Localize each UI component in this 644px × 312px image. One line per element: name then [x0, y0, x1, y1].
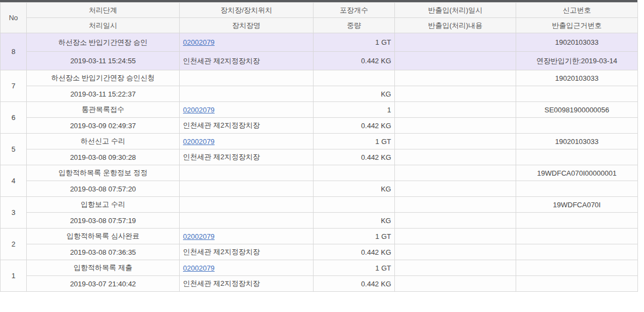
- inout-content-cell: [395, 213, 516, 229]
- report-no-cell: 19020103033: [516, 33, 638, 52]
- header-package: 포장개수: [314, 3, 395, 18]
- table-header: No 처리단계 장치장/장치위치 포장개수 반출입(처리)일시 신고번호 처리일…: [1, 3, 638, 33]
- inout-content-cell: [395, 181, 516, 197]
- storage-name-cell: [180, 213, 314, 229]
- report-no-cell: 19WDFCA070I00000001: [516, 165, 638, 181]
- storage-code-link[interactable]: 02002079: [183, 137, 215, 146]
- storage-code-cell: 02002079: [180, 102, 314, 118]
- storage-code-cell: 02002079: [180, 33, 314, 52]
- cargo-history-page: No 처리단계 장치장/장치위치 포장개수 반출입(처리)일시 신고번호 처리일…: [0, 0, 644, 292]
- inout-datetime-cell: [395, 70, 516, 86]
- storage-code-cell: [180, 197, 314, 213]
- storage-code-cell: 02002079: [180, 260, 314, 276]
- header-report-no: 신고번호: [516, 3, 638, 18]
- inout-datetime-cell: [395, 165, 516, 181]
- weight-cell: 0.442 KG: [314, 149, 395, 165]
- basis-no-cell: [516, 244, 638, 260]
- table-row-detail[interactable]: 2019-03-07 21:40:42인천세관 제2지정장치장0.442 KG: [1, 276, 638, 292]
- inout-datetime-cell: [395, 102, 516, 118]
- package-count-cell: 1 GT: [314, 134, 395, 149]
- storage-code-cell: 02002079: [180, 134, 314, 149]
- row-number-cell: 3: [1, 197, 27, 229]
- process-datetime-cell: 2019-03-08 09:30:28: [27, 149, 180, 165]
- table-row-detail[interactable]: 2019-03-08 07:36:35인천세관 제2지정장치장0.442 KG: [1, 244, 638, 260]
- row-number-cell: 2: [1, 229, 27, 260]
- header-datetime: 처리일시: [27, 18, 180, 33]
- table-row-detail[interactable]: 2019-03-11 15:22:37KG: [1, 86, 638, 102]
- table-row-detail[interactable]: 2019-03-08 07:57:19KG: [1, 213, 638, 229]
- weight-cell: 0.442 KG: [314, 118, 395, 134]
- table-row[interactable]: 8하선장소 반입기간연장 승인020020791 GT19020103033: [1, 33, 638, 52]
- package-count-cell: [314, 165, 395, 181]
- weight-cell: 0.442 KG: [314, 244, 395, 260]
- package-count-cell: [314, 70, 395, 86]
- report-no-cell: 19020103033: [516, 70, 638, 86]
- inout-datetime-cell: [395, 197, 516, 213]
- report-no-cell: [516, 260, 638, 276]
- table-row[interactable]: 6통관목록접수020020791SE00981900000056: [1, 102, 638, 118]
- weight-cell: 0.442 KG: [314, 52, 395, 70]
- storage-code-link[interactable]: 02002079: [183, 106, 215, 114]
- weight-cell: KG: [314, 213, 395, 229]
- row-number-cell: 8: [1, 33, 27, 70]
- storage-name-cell: [180, 86, 314, 102]
- package-count-cell: [314, 197, 395, 213]
- header-location: 장치장/장치위치: [180, 3, 314, 18]
- table-row-detail[interactable]: 2019-03-11 15:24:55인천세관 제2지정장치장0.442 KG연…: [1, 52, 638, 70]
- weight-cell: KG: [314, 181, 395, 197]
- process-datetime-cell: 2019-03-09 02:49:37: [27, 118, 180, 134]
- package-count-cell: 1 GT: [314, 229, 395, 244]
- table-row[interactable]: 2입항적하목록 심사완료020020791 GT: [1, 229, 638, 244]
- header-stage: 처리단계: [27, 3, 180, 18]
- stage-cell: 하선장소 반입기간연장 승인: [27, 33, 180, 52]
- basis-no-cell: [516, 149, 638, 165]
- process-datetime-cell: 2019-03-11 15:22:37: [27, 86, 180, 102]
- storage-code-link[interactable]: 02002079: [183, 38, 215, 46]
- storage-code-cell: [180, 70, 314, 86]
- storage-code-link[interactable]: 02002079: [183, 264, 215, 272]
- table-row[interactable]: 5하선신고 수리020020791 GT19020103033: [1, 134, 638, 149]
- header-no: No: [1, 3, 27, 33]
- history-table-body: 8하선장소 반입기간연장 승인020020791 GT1902010303320…: [1, 33, 638, 292]
- process-datetime-cell: 2019-03-08 07:57:20: [27, 181, 180, 197]
- header-weight: 중량: [314, 18, 395, 33]
- inout-datetime-cell: [395, 33, 516, 52]
- cargo-process-history-table: No 처리단계 장치장/장치위치 포장개수 반출입(처리)일시 신고번호 처리일…: [0, 2, 638, 292]
- storage-name-cell: 인천세관 제2지정장치장: [180, 118, 314, 134]
- header-inout-content: 반출입(처리)내용: [395, 18, 516, 33]
- basis-no-cell: [516, 86, 638, 102]
- row-number-cell: 4: [1, 165, 27, 197]
- package-count-cell: 1: [314, 102, 395, 118]
- report-no-cell: 19020103033: [516, 134, 638, 149]
- weight-cell: 0.442 KG: [314, 276, 395, 292]
- package-count-cell: 1 GT: [314, 260, 395, 276]
- basis-no-cell: [516, 213, 638, 229]
- inout-content-cell: [395, 149, 516, 165]
- inout-content-cell: [395, 118, 516, 134]
- process-datetime-cell: 2019-03-08 07:36:35: [27, 244, 180, 260]
- table-row[interactable]: 7하선장소 반입기간연장 승인신청19020103033: [1, 70, 638, 86]
- inout-content-cell: [395, 276, 516, 292]
- row-number-cell: 7: [1, 70, 27, 102]
- inout-content-cell: [395, 244, 516, 260]
- storage-code-cell: [180, 165, 314, 181]
- stage-cell: 입항보고 수리: [27, 197, 180, 213]
- stage-cell: 하선장소 반입기간연장 승인신청: [27, 70, 180, 86]
- table-row-detail[interactable]: 2019-03-08 09:30:28인천세관 제2지정장치장0.442 KG: [1, 149, 638, 165]
- table-row-detail[interactable]: 2019-03-08 07:57:20KG: [1, 181, 638, 197]
- table-row-detail[interactable]: 2019-03-09 02:49:37인천세관 제2지정장치장0.442 KG: [1, 118, 638, 134]
- table-row[interactable]: 4입항적하목록 운항정보 정정19WDFCA070I00000001: [1, 165, 638, 181]
- storage-name-cell: [180, 181, 314, 197]
- header-location-name: 장치장명: [180, 18, 314, 33]
- basis-no-cell: [516, 181, 638, 197]
- report-no-cell: [516, 229, 638, 244]
- storage-code-link[interactable]: 02002079: [183, 232, 215, 241]
- table-row[interactable]: 1입항적하목록 제출020020791 GT: [1, 260, 638, 276]
- storage-name-cell: 인천세관 제2지정장치장: [180, 149, 314, 165]
- row-number-cell: 6: [1, 102, 27, 134]
- basis-no-cell: [516, 276, 638, 292]
- row-number-cell: 5: [1, 134, 27, 165]
- table-row[interactable]: 3입항보고 수리19WDFCA070I: [1, 197, 638, 213]
- inout-datetime-cell: [395, 260, 516, 276]
- cargo-history-table-wrap: No 처리단계 장치장/장치위치 포장개수 반출입(처리)일시 신고번호 처리일…: [0, 0, 637, 292]
